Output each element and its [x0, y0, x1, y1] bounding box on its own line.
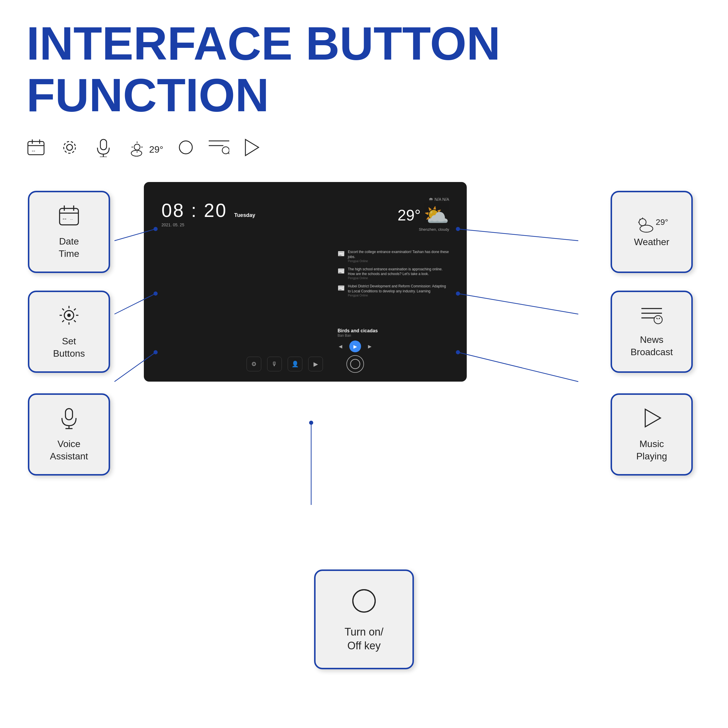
voice-assistant-icon [57, 406, 81, 434]
screen-mic-button[interactable]: 🎙 [267, 357, 282, 371]
screen-settings-button[interactable]: ⚙ [246, 357, 261, 371]
news-icon-3: 📰 [338, 284, 345, 292]
svg-point-22 [350, 359, 360, 369]
news-item-3: 📰 Hubei District Development and Reform … [338, 284, 449, 297]
svg-text:--: -- [32, 148, 35, 154]
screen-time: 08 : 20 Tuesday 2021. 05. 25 [161, 200, 255, 227]
svg-point-69 [353, 590, 375, 612]
svg-point-44 [67, 314, 71, 317]
icon-bar: -- 29° [26, 138, 260, 161]
svg-marker-21 [245, 139, 258, 156]
main-screen: 08 : 20 Tuesday 2021. 05. 25 🌧 N/A N/A 2… [144, 182, 467, 382]
set-buttons-label: SetButtons [53, 335, 85, 359]
topbar-mic-icon [94, 138, 113, 161]
topbar-clock-icon: -- [26, 138, 46, 161]
news-item-2: 📰 The high school entrance examination i… [338, 267, 449, 280]
turn-on-off-label: Turn on/Off key [345, 625, 384, 653]
news-broadcast-icon [640, 305, 664, 330]
set-buttons-icon [57, 304, 81, 332]
svg-line-66 [659, 318, 660, 319]
news-broadcast-box: NewsBroadcast [610, 291, 693, 373]
music-title: Birds and cicadas [338, 328, 449, 333]
turn-on-off-box[interactable]: Turn on/Off key [314, 569, 414, 669]
music-controls: ◄ ▶ ► [338, 341, 449, 352]
svg-marker-67 [645, 409, 661, 427]
voice-assistant-label: VoiceAssistant [50, 438, 88, 462]
screen-clock: 08 : 20 [161, 200, 227, 221]
svg-line-49 [62, 309, 64, 310]
topbar-search-icon [209, 138, 229, 161]
screen-city: Shenzhen, cloudy [398, 227, 449, 232]
svg-line-51 [74, 309, 76, 310]
music-playing-label: MusicPlaying [636, 438, 667, 462]
svg-line-20 [228, 153, 229, 155]
weather-box: 29° Weather [610, 191, 693, 273]
news-item-1: 📰 Escort the college entrance examinatio… [338, 249, 449, 263]
screen-home-button[interactable] [346, 355, 364, 373]
screen-music: Birds and cicadas Ban Ban ◄ ▶ ► [338, 328, 449, 352]
title-line1: INTERFACE BUTTON [26, 18, 500, 69]
screen-user-button[interactable]: 👤 [288, 357, 302, 371]
svg-point-10 [134, 144, 140, 150]
svg-line-27 [458, 294, 578, 314]
date-time-label: DateTime [59, 236, 79, 260]
svg-rect-7 [100, 139, 107, 150]
svg-line-28 [458, 352, 578, 382]
svg-point-6 [64, 141, 75, 153]
topbar-play-icon [244, 138, 260, 161]
svg-point-36 [309, 421, 313, 425]
screen-na-row: 🌧 N/A N/A [398, 197, 449, 202]
screen-date: 2021. 05. 25 [161, 223, 255, 227]
power-icon [349, 586, 379, 622]
voice-assistant-box: VoiceAssistant [28, 393, 110, 476]
svg-line-26 [458, 229, 578, 241]
svg-point-64 [654, 315, 662, 324]
svg-line-52 [62, 320, 64, 322]
news-broadcast-label: NewsBroadcast [630, 334, 673, 358]
svg-point-60 [640, 225, 653, 232]
music-prev-button[interactable]: ◄ [338, 343, 343, 350]
svg-line-50 [74, 320, 76, 322]
svg-text:--: -- [63, 216, 66, 222]
screen-bottom-bar: ⚙ 🎙 👤 ▶ [246, 355, 364, 373]
screen-weather: 🌧 N/A N/A 29° ⛅ Shenzhen, cloudy [398, 197, 449, 232]
date-time-box: -- -- DateTime [28, 191, 110, 273]
topbar-weather-icon: 29° [128, 140, 163, 159]
svg-line-65 [656, 318, 658, 319]
screen-arrow-button[interactable]: ▶ [308, 357, 323, 371]
music-artist: Ban Ban [338, 333, 449, 338]
screen-news: 📰 Escort the college entrance examinatio… [338, 249, 449, 301]
svg-text:--: -- [70, 217, 73, 222]
topbar-gear-icon [60, 138, 79, 161]
svg-point-16 [179, 141, 192, 154]
news-icon-2: 📰 [338, 268, 345, 274]
svg-point-15 [131, 150, 142, 156]
topbar-circle-icon [178, 139, 194, 160]
title-line2: FUNCTION [26, 69, 500, 121]
screen-day: Tuesday [234, 212, 255, 219]
music-playing-box: MusicPlaying [610, 393, 693, 476]
screen-weather-icon: ⛅ [424, 203, 449, 227]
date-time-icon: -- -- [57, 204, 81, 232]
music-next-button[interactable]: ► [367, 343, 373, 350]
music-playing-icon [640, 406, 664, 434]
set-buttons-box: SetButtons [28, 291, 110, 373]
page-title: INTERFACE BUTTON FUNCTION [26, 18, 500, 121]
news-icon-1: 📰 [338, 250, 345, 257]
svg-point-5 [67, 144, 72, 150]
weather-label: Weather [634, 236, 669, 248]
music-play-button[interactable]: ▶ [349, 341, 361, 352]
svg-rect-0 [28, 141, 44, 155]
screen-temp: 29° [398, 206, 421, 224]
svg-rect-53 [66, 408, 72, 420]
